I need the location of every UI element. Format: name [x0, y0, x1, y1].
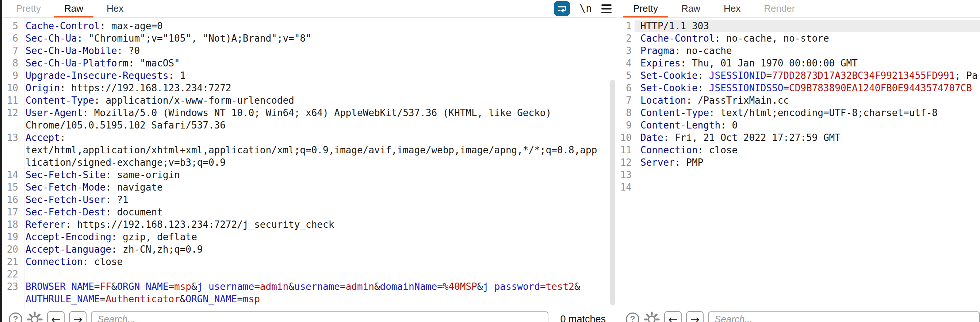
code-row: lication/signed-exchange;v=b3;q=0.9: [2, 156, 617, 169]
help-icon[interactable]: ?: [9, 312, 22, 322]
line-number: 17: [2, 206, 21, 218]
search-previous-button[interactable]: ←: [664, 311, 682, 322]
code-row: 5Cache-Control: max-age=0: [2, 20, 617, 32]
request-tab-raw[interactable]: Raw: [54, 0, 94, 17]
code-text: Sec-Ch-Ua: "Chromium";v="105", "Not)A;Br…: [21, 32, 617, 44]
code-text: Sec-Ch-Ua-Mobile: ?0: [21, 44, 617, 57]
line-number: 20: [2, 243, 21, 255]
request-search-bar: ? ← → 0 matches: [2, 309, 617, 322]
code-text: Sec-Fetch-Site: same-origin: [21, 169, 617, 181]
response-tab-hex[interactable]: Hex: [713, 0, 751, 17]
code-row: AUTHRULE_NAME=Authenticator&ORGN_NAME=ms…: [2, 293, 617, 305]
code-text: lication/signed-exchange;v=b3;q=0.9: [21, 156, 617, 169]
response-search-bar: ? ← →: [619, 309, 980, 322]
line-number: 14: [2, 169, 21, 181]
code-text: Content-Type: text/html;encoding=UTF-8;c…: [635, 106, 980, 119]
code-row: 12Server: PMP: [619, 156, 980, 169]
code-row: 19Accept-Encoding: gzip, deflate: [2, 231, 617, 243]
code-row: 13: [619, 169, 980, 181]
line-number: 3: [619, 44, 635, 57]
line-number: 16: [2, 194, 21, 206]
word-wrap-glyph: [556, 3, 568, 14]
code-text: Accept-Encoding: gzip, deflate: [21, 231, 617, 243]
response-tab-raw[interactable]: Raw: [671, 0, 711, 17]
code-row: 6Set-Cookie: JSESSIONIDSSO=CD9B783890EA1…: [619, 82, 980, 94]
code-row: 16Sec-Fetch-User: ?1: [2, 194, 617, 206]
line-number: 9: [619, 119, 635, 132]
code-row: 1HTTP/1.1 303: [619, 20, 980, 32]
code-text: Origin: https://192.168.123.234:7272: [21, 82, 617, 94]
code-row: 6Sec-Ch-Ua: "Chromium";v="105", "Not)A;B…: [2, 32, 617, 44]
code-text: Sec-Fetch-Mode: navigate: [21, 181, 617, 194]
response-panel: PrettyRawHexRender 1HTTP/1.1 3032Cache-C…: [619, 0, 980, 322]
code-text: Cache-Control: no-cache, no-store: [635, 32, 980, 44]
word-wrap-toggle-icon[interactable]: [554, 1, 570, 16]
line-number: 10: [2, 82, 21, 94]
code-row: 12User-Agent: Mozilla/5.0 (Windows NT 10…: [2, 106, 617, 119]
show-newlines-toggle[interactable]: \n: [579, 3, 592, 14]
code-row: 11Content-Type: application/x-www-form-u…: [2, 94, 617, 106]
code-row: 10Origin: https://192.168.123.234:7272: [2, 82, 617, 94]
line-number: 2: [619, 32, 635, 44]
code-row: 2Cache-Control: no-cache, no-store: [619, 32, 980, 44]
request-tabbar: PrettyRawHex \n: [2, 0, 617, 17]
code-text: Set-Cookie: JSESSIONIDSSO=CD9B783890EA12…: [635, 82, 980, 94]
code-row: 22: [2, 268, 617, 281]
code-row: 9Content-Length: 0: [619, 119, 980, 132]
code-text: HTTP/1.1 303: [635, 20, 980, 32]
code-row: 23BROWSER_NAME=FF&ORGN_NAME=msp&j_userna…: [2, 281, 617, 293]
code-text: Accept:: [21, 132, 617, 144]
code-text: Cache-Control: max-age=0: [21, 20, 617, 32]
search-next-button[interactable]: →: [69, 311, 86, 322]
line-number: 21: [2, 255, 21, 268]
code-row: 14Sec-Fetch-Site: same-origin: [2, 169, 617, 181]
code-row: 7Sec-Ch-Ua-Mobile: ?0: [2, 44, 617, 57]
line-number: 5: [2, 20, 21, 32]
code-row: 8Sec-Ch-Ua-Platform: "macOS": [2, 57, 617, 69]
match-count: 0 matches: [560, 314, 606, 322]
code-text: [635, 181, 980, 194]
code-row: 7Location: /PassTrixMain.cc: [619, 94, 980, 106]
code-row: 4Expires: Thu, 01 Jan 1970 00:00:00 GMT: [619, 57, 980, 69]
line-number: 10: [619, 132, 635, 144]
line-number: 12: [619, 156, 635, 169]
line-number: 6: [2, 32, 21, 44]
request-search-input[interactable]: [91, 311, 549, 322]
hamburger-menu-icon[interactable]: [601, 5, 612, 13]
code-row: 8Content-Type: text/html;encoding=UTF-8;…: [619, 106, 980, 119]
gear-icon[interactable]: [644, 311, 660, 322]
code-text: Sec-Ch-Ua-Platform: "macOS": [21, 57, 617, 69]
request-editor[interactable]: 5Cache-Control: max-age=06Sec-Ch-Ua: "Ch…: [2, 17, 617, 309]
line-number: 11: [619, 144, 635, 156]
code-text: Sec-Fetch-Dest: document: [21, 206, 617, 218]
code-text: [21, 268, 617, 281]
response-tab-pretty[interactable]: Pretty: [623, 0, 668, 17]
line-number: 19: [2, 231, 21, 243]
request-panel: PrettyRawHex \n 5Cache-Control: max-age=…: [2, 0, 617, 322]
code-text: AUTHRULE_NAME=Authenticator&ORGN_NAME=ms…: [21, 293, 617, 305]
search-next-button[interactable]: →: [686, 311, 703, 322]
response-search-input[interactable]: [708, 311, 980, 322]
request-tab-hex[interactable]: Hex: [96, 0, 134, 17]
code-row: text/html,application/xhtml+xml,applicat…: [2, 144, 617, 156]
code-row: 21Connection: close: [2, 255, 617, 268]
request-scrollbar-thumb[interactable]: [610, 79, 615, 305]
request-tab-pretty: Pretty: [6, 0, 51, 17]
response-editor[interactable]: 1HTTP/1.1 3032Cache-Control: no-cache, n…: [619, 17, 980, 309]
response-tabs: PrettyRawHexRender: [619, 0, 805, 17]
line-number: 15: [2, 181, 21, 194]
code-row: 20Accept-Language: zh-CN,zh;q=0.9: [2, 243, 617, 255]
line-number: 5: [619, 69, 635, 82]
line-number: [2, 156, 21, 169]
code-text: Server: PMP: [635, 156, 980, 169]
code-text: Accept-Language: zh-CN,zh;q=0.9: [21, 243, 617, 255]
help-icon[interactable]: ?: [626, 312, 640, 322]
line-number: [2, 144, 21, 156]
line-number: 11: [2, 94, 21, 106]
gear-icon[interactable]: [27, 311, 43, 322]
search-previous-button[interactable]: ←: [47, 311, 65, 322]
line-number: [2, 293, 21, 305]
line-number: 1: [619, 20, 635, 32]
code-text: Connection: close: [635, 144, 980, 156]
gutter-separator: [24, 17, 24, 309]
